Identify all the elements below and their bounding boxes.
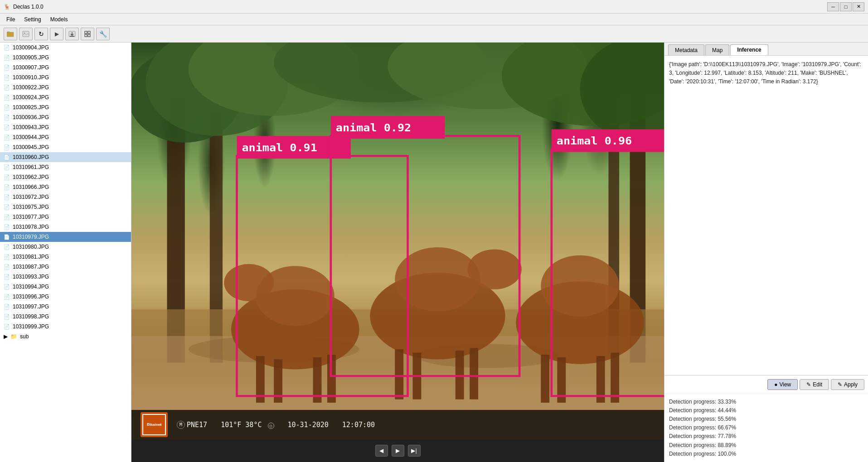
folder-icon: 📁 bbox=[10, 333, 17, 340]
file-item[interactable]: 📄10300910.JPG bbox=[0, 72, 131, 82]
file-icon: 📄 bbox=[4, 254, 10, 260]
file-item[interactable]: 📄10310977.JPG bbox=[0, 212, 131, 222]
menu-file[interactable]: File bbox=[2, 15, 19, 24]
file-item[interactable]: 📄10300943.JPG bbox=[0, 122, 131, 132]
file-icon: 📄 bbox=[4, 154, 10, 160]
file-icon: 📄 bbox=[4, 324, 10, 330]
cam-location: PNE17 bbox=[187, 421, 207, 429]
grid-btn[interactable] bbox=[81, 28, 94, 40]
file-item[interactable]: 📄10310972.JPG bbox=[0, 192, 131, 202]
next-image-btn[interactable]: ▶ bbox=[392, 445, 404, 457]
file-icon: 📄 bbox=[4, 204, 10, 210]
detection-log-entry: Detection progress: 55.56% bbox=[669, 415, 863, 424]
file-item[interactable]: 📄10310999.JPG bbox=[0, 322, 131, 332]
right-actions: ● View ✎ Edit ✎ Apply bbox=[664, 375, 868, 394]
file-item[interactable]: 📄10310978.JPG bbox=[0, 222, 131, 232]
tab-inference[interactable]: Inference bbox=[730, 44, 768, 55]
prev-image-btn[interactable]: ◀ bbox=[375, 445, 388, 457]
open-folder-btn[interactable] bbox=[4, 28, 17, 40]
main-layout: 📄10300904.JPG📄10300905.JPG📄10300907.JPG📄… bbox=[0, 43, 868, 462]
file-item[interactable]: 📄10310966.JPG bbox=[0, 182, 131, 192]
file-sidebar: 📄10300904.JPG📄10300905.JPG📄10300907.JPG📄… bbox=[0, 43, 131, 462]
last-image-btn[interactable]: ▶| bbox=[408, 445, 421, 457]
cam-time: 12:07:00 bbox=[342, 421, 375, 429]
file-item[interactable]: 📄10300944.JPG bbox=[0, 132, 131, 142]
folder-expand-icon: ▶ bbox=[4, 333, 8, 340]
svg-rect-8 bbox=[85, 34, 87, 37]
file-item[interactable]: 📄10300907.JPG bbox=[0, 63, 131, 72]
file-icon: 📄 bbox=[4, 144, 10, 150]
export-btn[interactable] bbox=[65, 28, 79, 40]
file-item[interactable]: 📄10310994.JPG bbox=[0, 282, 131, 292]
file-icon: 📄 bbox=[4, 184, 10, 190]
file-item[interactable]: 📄10300924.JPG bbox=[0, 92, 131, 102]
folder-item[interactable]: ▶📁sub bbox=[0, 332, 131, 342]
file-item[interactable]: 📄10310998.JPG bbox=[0, 312, 131, 322]
menubar: File Setting Models bbox=[0, 14, 868, 25]
detection-log: Detection progress: 33.33%Detection prog… bbox=[664, 394, 868, 462]
detection-log-entry: Detection progress: 33.33% bbox=[669, 398, 863, 406]
app-icon: 🦌 bbox=[4, 4, 10, 10]
titlebar: 🦌 Declas 1.0.0 ─ □ ✕ bbox=[0, 0, 868, 14]
file-item[interactable]: 📄10310993.JPG bbox=[0, 272, 131, 282]
tab-map[interactable]: Map bbox=[705, 44, 729, 55]
apply-btn[interactable]: ✎ Apply bbox=[831, 379, 864, 390]
file-item[interactable]: 📄10310960.JPG bbox=[0, 152, 131, 162]
file-icon: 📄 bbox=[4, 304, 10, 310]
image-area: animal 0.91 animal 0.92 animal 0.96 B Bu… bbox=[131, 43, 664, 462]
file-item[interactable]: 📄10310981.JPG bbox=[0, 252, 131, 262]
app-title: Declas 1.0.0 bbox=[13, 4, 44, 10]
file-item[interactable]: 📄10310975.JPG bbox=[0, 202, 131, 212]
minimize-button[interactable]: ─ bbox=[827, 2, 839, 11]
file-item[interactable]: 📄10300905.JPG bbox=[0, 53, 131, 63]
run-btn[interactable]: ▶ bbox=[50, 28, 63, 40]
file-item[interactable]: 📄10300904.JPG bbox=[0, 43, 131, 53]
titlebar-left: 🦌 Declas 1.0.0 bbox=[4, 4, 44, 10]
file-item[interactable]: 📄10310987.JPG bbox=[0, 262, 131, 272]
file-icon: 📄 bbox=[4, 274, 10, 280]
file-item[interactable]: 📄10310996.JPG bbox=[0, 292, 131, 302]
detection-log-entry: Detection progress: 100.0% bbox=[669, 450, 863, 458]
file-icon: 📄 bbox=[4, 284, 10, 290]
tab-metadata[interactable]: Metadata bbox=[668, 44, 704, 55]
file-icon: 📄 bbox=[4, 244, 10, 250]
file-item[interactable]: 📄10310979.JPG bbox=[0, 232, 131, 242]
apply-icon: ✎ bbox=[838, 381, 842, 388]
file-icon: 📄 bbox=[4, 55, 10, 61]
view-btn[interactable]: ● View bbox=[767, 379, 798, 390]
file-item[interactable]: 📄10300925.JPG bbox=[0, 102, 131, 112]
edit-btn[interactable]: ✎ Edit bbox=[800, 379, 829, 390]
image-container[interactable]: animal 0.91 animal 0.92 animal 0.96 B Bu… bbox=[131, 43, 664, 439]
image-nav-bar: ◀ ▶ ▶| bbox=[131, 439, 664, 462]
file-icon: 📄 bbox=[4, 45, 10, 51]
cam-date: 10-31-2020 bbox=[288, 421, 329, 429]
titlebar-controls: ─ □ ✕ bbox=[827, 2, 864, 11]
file-item[interactable]: 📄10310962.JPG bbox=[0, 172, 131, 182]
file-icon: 📄 bbox=[4, 194, 10, 200]
file-item[interactable]: 📄10300922.JPG bbox=[0, 82, 131, 92]
camera-info-bar: B Bushnell M PNE17 101°F 38°C ○ 10-31-20… bbox=[131, 410, 664, 439]
file-icon: 📄 bbox=[4, 75, 10, 81]
close-button[interactable]: ✕ bbox=[853, 2, 864, 11]
file-item[interactable]: 📄10310980.JPG bbox=[0, 242, 131, 252]
file-item[interactable]: 📄10300936.JPG bbox=[0, 112, 131, 122]
menu-setting[interactable]: Setting bbox=[19, 15, 45, 24]
file-icon: 📄 bbox=[4, 135, 10, 140]
tab-content: {'Image path': 'D:\\100EK113\\10310979.J… bbox=[664, 56, 868, 375]
bushnell-logo: B Bushnell bbox=[141, 412, 168, 437]
svg-rect-7 bbox=[88, 31, 90, 34]
open-image-btn[interactable] bbox=[19, 28, 33, 40]
file-item[interactable]: 📄10310961.JPG bbox=[0, 162, 131, 172]
detection-log-entry: Detection progress: 88.89% bbox=[669, 441, 863, 450]
file-icon: 📄 bbox=[4, 125, 10, 130]
tools-btn[interactable]: 🔧 bbox=[96, 28, 110, 40]
file-item[interactable]: 📄10300945.JPG bbox=[0, 142, 131, 152]
menu-models[interactable]: Models bbox=[46, 15, 73, 24]
maximize-button[interactable]: □ bbox=[840, 2, 852, 11]
file-icon: 📄 bbox=[4, 264, 10, 270]
file-icon: 📄 bbox=[4, 164, 10, 170]
file-item[interactable]: 📄10310997.JPG bbox=[0, 302, 131, 312]
refresh-btn[interactable]: ↻ bbox=[34, 28, 48, 40]
right-tabs: Metadata Map Inference bbox=[664, 43, 868, 56]
detection-log-entry: Detection progress: 77.78% bbox=[669, 432, 863, 441]
